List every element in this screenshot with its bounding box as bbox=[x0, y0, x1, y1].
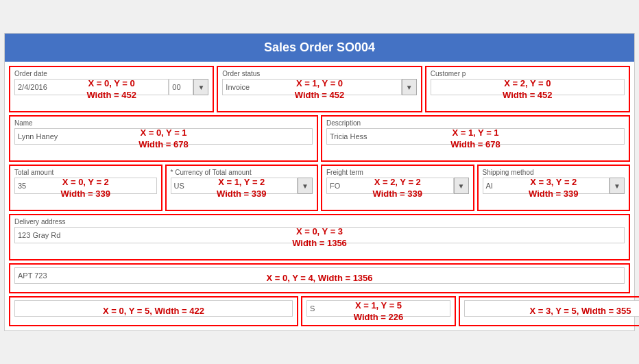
form-row-5: X = 0, Y = 5, Width = 422 S X = 1, Y = 5… bbox=[9, 296, 630, 326]
cell-content-total-amount: 35 bbox=[14, 178, 157, 194]
form-row-1: Name Lynn Haney X = 0, Y = 1 Width = 678… bbox=[9, 115, 630, 162]
cell-label-shipping-method: Shipping method bbox=[483, 169, 625, 176]
cell-order-date: Order date 2/4/2016 00 ▼ X = 0, Y = 0 Wi… bbox=[9, 66, 214, 112]
cell-label-currency: * Currency of Total amount bbox=[171, 169, 313, 176]
cell-delivery-address: Delivery address 123 Gray Rd X = 0, Y = … bbox=[9, 214, 630, 260]
input-r5-1[interactable]: S bbox=[306, 300, 450, 317]
input-r5-3[interactable] bbox=[464, 300, 639, 317]
cell-apt: APT 723 X = 0, Y = 4, Width = 1356 bbox=[9, 263, 630, 293]
cell-total-amount: Total amount 35 X = 0, Y = 2 Width = 339 bbox=[9, 165, 162, 211]
input-customer-po[interactable] bbox=[431, 79, 625, 95]
input-order-time[interactable]: 00 bbox=[169, 79, 193, 95]
cell-r5-0: X = 0, Y = 5, Width = 422 bbox=[9, 296, 298, 326]
cell-customer-po: Customer p X = 2, Y = 0 Width = 452 bbox=[425, 66, 630, 112]
cell-content-customer-po bbox=[431, 79, 625, 95]
main-container: Sales Order SO004 Order date 2/4/2016 00… bbox=[4, 33, 635, 331]
cell-name: Name Lynn Haney X = 0, Y = 1 Width = 678 bbox=[9, 115, 318, 162]
cell-content-name: Lynn Haney bbox=[14, 128, 313, 145]
cell-label-order-date: Order date bbox=[14, 70, 208, 77]
cell-content-shipping-method: AI ▼ bbox=[483, 178, 625, 194]
input-apt[interactable]: APT 723 bbox=[14, 267, 625, 284]
cell-label-description: Description bbox=[326, 119, 625, 127]
cell-label-freight-term: Freight term bbox=[326, 169, 469, 176]
cell-r5-3: X = 3, Y = 5, Width = 355 bbox=[459, 296, 639, 326]
cell-content-order-date: 2/4/2016 00 ▼ bbox=[14, 79, 208, 95]
page-title: Sales Order SO004 bbox=[5, 34, 634, 62]
select-freight-term[interactable]: ▼ bbox=[454, 178, 469, 194]
cell-label-name: Name bbox=[14, 119, 313, 127]
input-delivery-address[interactable]: 123 Gray Rd bbox=[14, 227, 625, 243]
form-row-4: APT 723 X = 0, Y = 4, Width = 1356 bbox=[9, 263, 630, 293]
input-description[interactable]: Tricia Hess bbox=[326, 128, 625, 145]
input-total-amount[interactable]: 35 bbox=[14, 178, 157, 194]
cell-freight-term: Freight term FO ▼ X = 2, Y = 2 Width = 3… bbox=[321, 165, 474, 211]
select-currency[interactable]: ▼ bbox=[298, 178, 313, 194]
input-r5-0[interactable] bbox=[14, 300, 293, 317]
cell-currency: * Currency of Total amount US ▼ X = 1, Y… bbox=[165, 165, 319, 211]
cell-content-apt: APT 723 bbox=[14, 267, 625, 284]
input-freight-term[interactable]: FO bbox=[326, 178, 454, 194]
cell-content-order-status: Invoice ▼ bbox=[222, 79, 416, 95]
form-row-0: Order date 2/4/2016 00 ▼ X = 0, Y = 0 Wi… bbox=[9, 66, 630, 112]
select-order-status[interactable]: ▼ bbox=[402, 79, 417, 95]
input-order-status[interactable]: Invoice bbox=[222, 79, 401, 95]
input-name[interactable]: Lynn Haney bbox=[14, 128, 313, 145]
cell-content-freight-term: FO ▼ bbox=[326, 178, 469, 194]
cell-r5-1: S X = 1, Y = 5 Width = 226 bbox=[301, 296, 456, 326]
select-shipping-method[interactable]: ▼ bbox=[610, 178, 625, 194]
cell-label-order-status: Order status bbox=[222, 70, 416, 77]
cell-content-r5-0 bbox=[14, 300, 293, 317]
cell-content-currency: US ▼ bbox=[171, 178, 313, 194]
form-body: Order date 2/4/2016 00 ▼ X = 0, Y = 0 Wi… bbox=[5, 62, 634, 330]
cell-description: Description Tricia Hess X = 1, Y = 1 Wid… bbox=[321, 115, 630, 162]
select-order-date[interactable]: ▼ bbox=[193, 79, 208, 95]
form-row-3: Delivery address 123 Gray Rd X = 0, Y = … bbox=[9, 214, 630, 260]
cell-content-r5-3 bbox=[464, 300, 639, 317]
form-row-2: Total amount 35 X = 0, Y = 2 Width = 339… bbox=[9, 165, 630, 211]
cell-shipping-method: Shipping method AI ▼ X = 3, Y = 2 Width … bbox=[477, 165, 631, 211]
cell-content-r5-1: S bbox=[306, 300, 450, 317]
cell-label-customer-po: Customer p bbox=[431, 70, 625, 77]
cell-content-description: Tricia Hess bbox=[326, 128, 625, 145]
input-order-date[interactable]: 2/4/2016 bbox=[14, 79, 169, 95]
cell-label-total-amount: Total amount bbox=[14, 169, 157, 176]
input-currency[interactable]: US bbox=[171, 178, 298, 194]
input-shipping-method[interactable]: AI bbox=[483, 178, 610, 194]
cell-order-status: Order status Invoice ▼ X = 1, Y = 0 Widt… bbox=[217, 66, 422, 112]
cell-content-delivery-address: 123 Gray Rd bbox=[14, 227, 625, 243]
cell-label-delivery-address: Delivery address bbox=[14, 218, 625, 226]
